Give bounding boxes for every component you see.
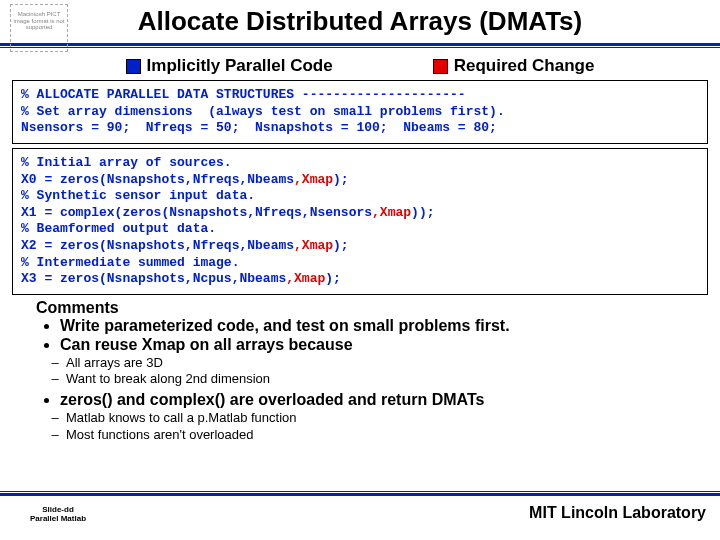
swatch-blue-icon <box>126 59 141 74</box>
code-line: ); <box>333 172 349 187</box>
code-line: % Synthetic sensor input data. <box>21 188 255 203</box>
code-line: Nsensors = 90; Nfreqs = 50; Nsnapshots =… <box>21 120 497 135</box>
comments-section: Comments Write parameterized code, and t… <box>36 299 692 443</box>
page-title: Allocate Distributed Arrays (DMATs) <box>0 6 720 37</box>
bullet-item: Can reuse Xmap on all arrays because <box>60 336 692 354</box>
footer-left: Slide-dd Parallel Matlab <box>30 505 86 524</box>
swatch-red-icon <box>433 59 448 74</box>
project-name: Parallel Matlab <box>30 514 86 524</box>
bullet-list-1: Write parameterized code, and test on sm… <box>60 317 692 354</box>
sub-bullet-item: Want to break along 2nd dimension <box>66 371 692 387</box>
legend-implicit: Implicitly Parallel Code <box>126 56 333 76</box>
bullet-item: Write parameterized code, and test on sm… <box>60 317 692 335</box>
codebox-2: % Initial array of sources. X0 = zeros(N… <box>12 148 708 295</box>
code-line: % Beamformed output data. <box>21 221 216 236</box>
code-line: X2 = zeros(Nsnapshots,Nfreqs,Nbeams <box>21 238 294 253</box>
legend-implicit-label: Implicitly Parallel Code <box>147 56 333 76</box>
sub-bullet-list-a: All arrays are 3D Want to break along 2n… <box>66 355 692 388</box>
sub-bullet-list-b: Matlab knows to call a p.Matlab function… <box>66 410 692 443</box>
codebox-1: % ALLOCATE PARALLEL DATA STRUCTURES ----… <box>12 80 708 144</box>
code-line: X1 = complex(zeros(Nsnapshots,Nfreqs,Nse… <box>21 205 372 220</box>
bullet-item: zeros() and complex() are overloaded and… <box>60 391 692 409</box>
sub-bullet-item: Matlab knows to call a p.Matlab function <box>66 410 692 426</box>
comments-heading: Comments <box>36 299 692 317</box>
code-line: X3 = zeros(Nsnapshots,Ncpus,Nbeams <box>21 271 286 286</box>
code-line: ); <box>333 238 349 253</box>
code-change: ,Xmap <box>286 271 325 286</box>
code-line: X0 = zeros(Nsnapshots,Nfreqs,Nbeams <box>21 172 294 187</box>
placeholder-image: Macintosh PICT image format is not suppo… <box>10 4 68 52</box>
code-line: )); <box>411 205 434 220</box>
code-line: % Intermediate summed image. <box>21 255 239 270</box>
sub-bullet-item: All arrays are 3D <box>66 355 692 371</box>
code-change: ,Xmap <box>372 205 411 220</box>
legend-required: Required Change <box>433 56 595 76</box>
code-line: % ALLOCATE PARALLEL DATA STRUCTURES ----… <box>21 87 466 102</box>
code-line: % Initial array of sources. <box>21 155 232 170</box>
header-rule-thick <box>0 43 720 46</box>
sub-bullet-item: Most functions aren't overloaded <box>66 427 692 443</box>
code-line: % Set array dimensions (always test on s… <box>21 104 505 119</box>
code-line: ); <box>325 271 341 286</box>
header-rule-thin <box>0 47 720 48</box>
title-area: Allocate Distributed Arrays (DMATs) <box>0 0 720 37</box>
code-change: ,Xmap <box>294 172 333 187</box>
footer-lab: MIT Lincoln Laboratory <box>529 504 706 522</box>
legend: Implicitly Parallel Code Required Change <box>0 56 720 76</box>
footer-rule-thick <box>0 493 720 496</box>
bullet-list-2: zeros() and complex() are overloaded and… <box>60 391 692 409</box>
code-change: ,Xmap <box>294 238 333 253</box>
footer-rule-thin <box>0 491 720 492</box>
slide-number: Slide-dd <box>30 505 86 515</box>
legend-required-label: Required Change <box>454 56 595 76</box>
